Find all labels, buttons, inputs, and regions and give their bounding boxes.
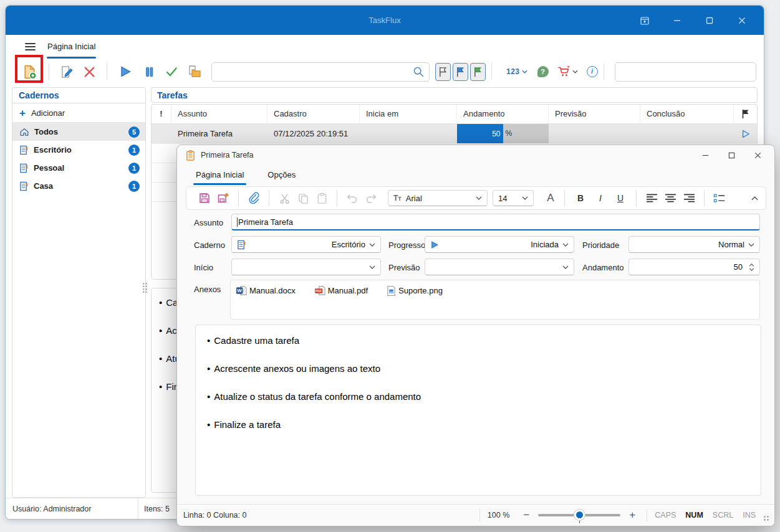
chevron-down-icon [562, 243, 569, 247]
dialog-close-icon[interactable] [744, 146, 771, 164]
search-icon[interactable] [413, 66, 424, 77]
tab-pagina-inicial[interactable]: Página Inicial [41, 37, 102, 59]
zoom-in-button[interactable]: + [625, 509, 639, 521]
column-inicia-em[interactable]: Inicia em [360, 105, 457, 123]
toolbar-right-panel [615, 62, 756, 82]
hamburger-menu-icon[interactable] [25, 43, 36, 50]
search-box[interactable] [211, 62, 430, 82]
sidebar-item-escritorio[interactable]: Escritório 1 [12, 141, 145, 159]
zoom-slider[interactable] [538, 509, 620, 521]
play-icon [430, 240, 439, 249]
notebook-icon [19, 145, 29, 155]
andamento-stepper[interactable]: 50 [628, 259, 760, 275]
font-family-select[interactable]: TT Arial [388, 190, 488, 206]
count-badge: 1 [128, 163, 140, 174]
attachment-word[interactable]: W Manual.docx [236, 285, 296, 296]
tab-underline [193, 183, 246, 185]
attachment-image[interactable]: Suporte.png [387, 285, 443, 296]
align-left-button[interactable] [642, 189, 661, 207]
inicio-label: Início [194, 263, 213, 272]
dialog-tab-opcoes[interactable]: Opções [265, 168, 298, 185]
duplicate-task-button[interactable] [183, 60, 206, 83]
dialog-tab-pagina-inicial[interactable]: Página Inicial [193, 168, 246, 185]
resize-grip[interactable] [763, 515, 769, 521]
copy-button[interactable] [294, 189, 312, 207]
progresso-select[interactable]: Iniciada [425, 236, 574, 253]
collapse-toolbar-button[interactable] [751, 196, 758, 201]
bullet-icon: • [207, 335, 210, 346]
italic-button[interactable]: I [590, 193, 610, 203]
align-right-button[interactable] [680, 189, 698, 207]
minimize-icon[interactable] [670, 14, 684, 27]
help-icon[interactable]: ? [537, 66, 549, 77]
redo-button[interactable] [362, 189, 380, 207]
column-conclusao[interactable]: Conclusão [640, 105, 734, 123]
save-as-button[interactable] [214, 189, 233, 207]
splitter-grip[interactable] [142, 282, 148, 293]
sidebar-item-todos[interactable]: Todos 5 [12, 123, 145, 141]
flag-green-toggle[interactable] [470, 63, 486, 81]
add-notebook-button[interactable]: + Adicionar [12, 103, 145, 123]
delete-task-button[interactable] [77, 60, 101, 83]
save-button[interactable] [195, 189, 214, 207]
close-icon[interactable] [735, 14, 749, 27]
zoom-level: 100 % [488, 511, 509, 520]
bullet-list-button[interactable] [710, 189, 729, 207]
info-icon[interactable]: i [587, 66, 598, 77]
pause-task-button[interactable] [138, 60, 160, 83]
float-window-icon[interactable] [638, 14, 652, 27]
sidebar-item-pessoal[interactable]: Pessoal 1 [12, 159, 145, 177]
task-body-editor[interactable]: •Cadastre uma tarefa •Acrescente anexos … [195, 325, 761, 496]
caderno-select[interactable]: Escritório [231, 236, 381, 253]
underline-button[interactable]: U [610, 193, 630, 203]
column-cadastro[interactable]: Cadastro [267, 105, 360, 123]
keyboard-locks: CAPS NUM SCRL INS [655, 511, 756, 520]
bold-button[interactable]: B [571, 193, 590, 203]
zoom-slider-thumb[interactable] [574, 510, 585, 520]
row-status-icon[interactable] [734, 124, 757, 143]
divider [604, 64, 604, 80]
attachment-pdf[interactable]: PDF Manual.pdf [314, 285, 368, 296]
numbering-dropdown[interactable]: 123 [506, 67, 527, 76]
inicio-select[interactable] [231, 259, 381, 275]
undo-button[interactable] [343, 189, 362, 207]
divider [491, 64, 492, 80]
maximize-icon[interactable] [703, 14, 716, 27]
spinner-icons[interactable] [749, 264, 754, 271]
column-previsao[interactable]: Previsão [549, 105, 640, 123]
dialog-minimize-icon[interactable] [692, 146, 718, 164]
body-bullet: Finalize a tarefa [214, 419, 281, 430]
font-color-button[interactable]: A [542, 192, 559, 204]
complete-task-button[interactable] [160, 60, 183, 83]
bullet-icon: • [159, 297, 162, 308]
font-family-value: Arial [406, 194, 422, 203]
column-andamento[interactable]: Andamento [457, 105, 549, 123]
start-task-button[interactable] [113, 60, 138, 83]
bullet-icon: • [207, 363, 210, 374]
zoom-out-button[interactable]: − [519, 509, 533, 521]
assunto-input[interactable]: Primeira Tarefa [231, 214, 760, 230]
align-center-button[interactable] [661, 189, 680, 207]
sidebar-item-casa[interactable]: Casa 1 [12, 177, 145, 195]
divider [49, 64, 49, 80]
dialog-maximize-icon[interactable] [718, 146, 744, 164]
paste-button[interactable] [312, 189, 331, 207]
column-priority[interactable]: ! [152, 105, 171, 123]
search-input[interactable] [217, 67, 413, 77]
svg-text:PDF: PDF [315, 289, 322, 293]
font-icon: TT [393, 194, 402, 202]
font-size-select[interactable]: 14 [493, 190, 534, 206]
column-flag[interactable] [734, 105, 757, 123]
attach-button[interactable] [244, 189, 263, 207]
desktop: TaskFlux Página Inicial [0, 0, 780, 532]
bullet-icon: • [159, 325, 162, 336]
table-row-primeira-tarefa[interactable]: Primeira Tarefa 07/12/2025 20:19:51 50 % [152, 124, 757, 143]
prioridade-select[interactable]: Normal [628, 236, 760, 253]
cut-button[interactable] [275, 189, 294, 207]
column-assunto[interactable]: Assunto [171, 105, 267, 123]
edit-task-button[interactable] [55, 60, 77, 83]
store-dropdown[interactable] [557, 65, 578, 78]
previsao-select[interactable] [425, 259, 574, 275]
flag-blue-toggle[interactable] [453, 63, 468, 81]
flag-none-toggle[interactable] [435, 63, 451, 81]
